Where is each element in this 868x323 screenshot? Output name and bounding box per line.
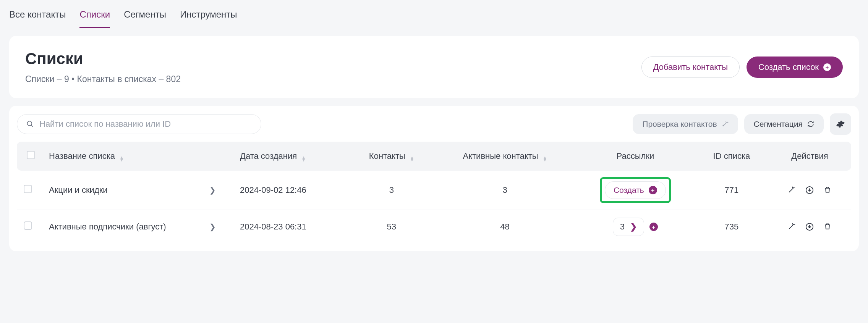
- page-title: Списки: [25, 50, 181, 68]
- row-id: 771: [725, 185, 739, 195]
- page-header: Списки Списки – 9 • Контакты в списках –…: [9, 36, 859, 98]
- toolbar: Проверка контактов Сегментация: [17, 113, 851, 142]
- search-input[interactable]: [39, 119, 252, 129]
- sort-icon: ▲▼: [120, 156, 124, 162]
- gear-icon: [836, 120, 845, 129]
- row-name[interactable]: Акции и скидки: [49, 185, 108, 195]
- add-contacts-label: Добавить контакты: [653, 62, 728, 72]
- segmentation-label: Сегментация: [754, 120, 803, 129]
- select-all-checkbox[interactable]: [27, 151, 35, 159]
- add-contacts-button[interactable]: Добавить контакты: [641, 57, 740, 78]
- row-active: 48: [500, 222, 509, 231]
- row-name[interactable]: Активные подписчики (август): [49, 222, 166, 231]
- add-mailing-button[interactable]: +: [649, 223, 658, 231]
- magic-wand-icon[interactable]: [788, 223, 795, 231]
- verify-contacts-button[interactable]: Проверка контактов: [633, 114, 738, 134]
- download-icon[interactable]: [805, 186, 814, 194]
- row-contacts: 3: [389, 185, 394, 195]
- row-contacts: 53: [387, 222, 396, 231]
- lists-table: Название списка ▲▼ Дата создания ▲▼ Конт…: [17, 142, 851, 244]
- plus-icon: +: [823, 63, 831, 71]
- svg-point-0: [28, 121, 32, 126]
- tab-segments[interactable]: Сегменты: [124, 9, 166, 28]
- row-active: 3: [502, 185, 507, 195]
- create-mailing-button[interactable]: Создать +: [605, 181, 666, 199]
- row-checkbox[interactable]: [24, 185, 32, 193]
- trash-icon[interactable]: [824, 223, 831, 231]
- create-list-label: Создать список: [758, 62, 819, 72]
- sort-icon: ▲▼: [543, 156, 547, 162]
- col-active[interactable]: Активные контакты: [463, 151, 538, 161]
- chevron-right-icon[interactable]: ❯: [209, 186, 216, 194]
- mailings-count-button[interactable]: 3 ❯: [613, 218, 644, 236]
- download-icon[interactable]: [805, 223, 814, 231]
- table-row: Активные подписчики (август) ❯ 2024-08-2…: [17, 210, 851, 244]
- magic-wand-icon[interactable]: [788, 186, 795, 194]
- row-date: 2024-08-23 06:31: [240, 222, 306, 231]
- row-date: 2024-09-02 12:46: [240, 185, 306, 195]
- nav-tabs: Все контакты Списки Сегменты Инструменты: [0, 0, 868, 28]
- settings-button[interactable]: [830, 113, 851, 135]
- wand-icon: [722, 121, 729, 128]
- col-name[interactable]: Название списка: [49, 151, 115, 161]
- col-actions: Действия: [791, 151, 828, 161]
- mailings-count: 3: [620, 222, 625, 232]
- search-icon: [26, 120, 34, 128]
- col-id[interactable]: ID списка: [713, 151, 750, 161]
- refresh-icon: [807, 121, 814, 128]
- verify-contacts-label: Проверка контактов: [642, 120, 717, 129]
- create-list-button[interactable]: Создать список +: [747, 57, 843, 78]
- sort-icon: ▲▼: [301, 156, 306, 162]
- row-checkbox[interactable]: [24, 221, 32, 230]
- col-date[interactable]: Дата создания: [240, 151, 297, 161]
- chevron-right-icon: ❯: [630, 222, 637, 232]
- create-mailing-label: Создать: [614, 186, 644, 195]
- search-field[interactable]: [17, 114, 261, 134]
- col-contacts[interactable]: Контакты: [369, 151, 405, 161]
- sort-icon: ▲▼: [410, 156, 414, 162]
- segmentation-button[interactable]: Сегментация: [744, 114, 824, 134]
- svg-line-1: [31, 125, 33, 127]
- trash-icon[interactable]: [824, 186, 831, 194]
- tab-lists[interactable]: Списки: [79, 9, 110, 28]
- plus-icon: +: [649, 186, 657, 194]
- chevron-right-icon[interactable]: ❯: [209, 223, 216, 231]
- page-subtitle: Списки – 9 • Контакты в списках – 802: [25, 74, 181, 84]
- col-mailings[interactable]: Рассылки: [616, 151, 654, 161]
- tab-all-contacts[interactable]: Все контакты: [9, 9, 66, 28]
- table-row: Акции и скидки ❯ 2024-09-02 12:46 3 3 Со…: [17, 171, 851, 210]
- tab-tools[interactable]: Инструменты: [180, 9, 237, 28]
- row-id: 735: [725, 222, 739, 231]
- content-panel: Проверка контактов Сегментация: [9, 106, 859, 251]
